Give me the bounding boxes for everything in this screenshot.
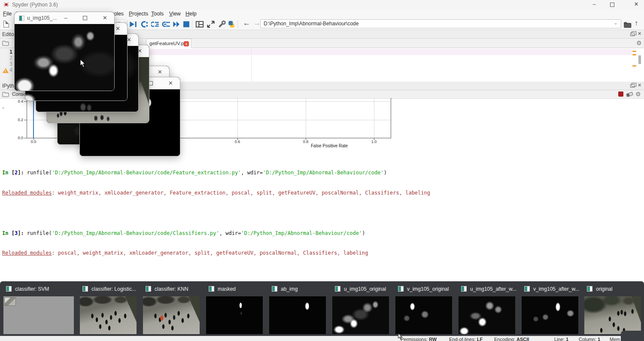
window-maximize-icon[interactable] xyxy=(610,3,614,7)
thumbnail-item[interactable]: v_img105_original xyxy=(395,281,459,336)
scroll-warning-mark[interactable] xyxy=(632,51,636,52)
thumbnail-image[interactable] xyxy=(584,296,641,334)
thumbnail-item[interactable]: masked xyxy=(206,281,269,336)
thumbnail-item[interactable]: v_img105_after_w... xyxy=(522,281,585,336)
figure-window-titlebar[interactable]: u_img105_... – ✕ xyxy=(15,12,114,24)
image-icon xyxy=(82,286,88,292)
console-undock-icon[interactable] xyxy=(630,84,635,88)
preferences-wrench-icon[interactable] xyxy=(218,20,226,28)
thumbnail-label: classifier: KNN xyxy=(155,286,188,292)
thumbnail-item[interactable]: ab_img xyxy=(269,281,332,336)
status-column: Column: 1 xyxy=(579,337,600,341)
column-guideline xyxy=(251,48,252,82)
menu-view[interactable]: View xyxy=(169,11,181,17)
window-minimize-icon[interactable]: – xyxy=(588,1,600,9)
line-number: 3 xyxy=(2,61,12,67)
image-icon xyxy=(461,286,467,292)
thumbnail-image[interactable] xyxy=(459,296,515,334)
image-icon xyxy=(146,286,151,292)
run-cell-advance-icon[interactable] xyxy=(140,20,149,28)
thumbnail-image[interactable] xyxy=(332,296,389,334)
nav-back-icon[interactable]: ← xyxy=(243,19,250,27)
window-close-icon[interactable]: ✕ xyxy=(630,1,642,9)
mouse-cursor-small xyxy=(398,333,403,340)
x-tick-label: 0.8 xyxy=(301,140,310,144)
thumbnail-image[interactable] xyxy=(80,296,137,334)
editor-pane-close-icon[interactable]: ✕ xyxy=(638,31,641,37)
maximize-icon[interactable] xyxy=(83,16,87,20)
thumbnail-label: v_img105_after_w... xyxy=(533,286,579,292)
thumbnail-image[interactable] xyxy=(206,296,263,334)
thumbnail-item[interactable]: classifier: KNN xyxy=(143,281,206,336)
thumbnail-image[interactable] xyxy=(269,296,326,334)
close-icon[interactable]: ✕ xyxy=(168,80,173,86)
working-directory-input[interactable]: D:\Python_Imp\Abnormal-Behaviour\code⌄ xyxy=(260,19,621,28)
continue-icon[interactable] xyxy=(172,20,181,28)
y-tick-label: 0.4 xyxy=(15,99,23,104)
console-pane-close-icon[interactable]: ✕ xyxy=(638,82,641,88)
image-icon xyxy=(209,286,214,292)
thumbnail-item[interactable]: classifier: Logistic... xyxy=(80,281,143,336)
status-bar: Permissions: RW End-of-lines: LF Encodin… xyxy=(0,336,644,341)
thumbnail-label: v_img105_original xyxy=(407,286,449,292)
spyder-logo-icon xyxy=(3,2,9,7)
menu-help[interactable]: Help xyxy=(185,11,197,17)
thumbnail-item[interactable]: classifier: SVM xyxy=(3,281,74,336)
image-icon xyxy=(524,286,530,292)
thumbnail-image[interactable] xyxy=(143,296,200,334)
x-axis-label: False Positive Rate xyxy=(311,143,348,148)
console-options-gear-icon[interactable]: ⚙ xyxy=(635,91,641,97)
status-memory: Mem xyxy=(610,337,620,341)
image-icon xyxy=(272,286,277,292)
browse-directory-folder-icon[interactable] xyxy=(623,21,632,29)
minimize-icon[interactable]: – xyxy=(64,15,67,21)
browse-tabs-icon[interactable] xyxy=(2,40,9,46)
spyder-window: Spyder (Python 3.6) – ✕ File Edit Search… xyxy=(0,0,644,341)
thumbnail-label: ab_img xyxy=(281,286,298,292)
fullscreen-icon[interactable] xyxy=(207,20,215,28)
thumbnail-image[interactable] xyxy=(522,296,578,334)
thumbnail-image[interactable] xyxy=(395,296,452,334)
menu-projects[interactable]: Projects xyxy=(129,11,148,17)
step-return-icon[interactable] xyxy=(162,20,170,28)
status-permissions: Permissions: RW xyxy=(401,337,437,341)
close-icon[interactable]: ✕ xyxy=(115,25,120,32)
figure-window-u-img105[interactable]: u_img105_... – ✕ xyxy=(14,12,115,91)
clear-console-eraser-icon[interactable] xyxy=(626,92,633,97)
y-tick-label: 0.0 xyxy=(15,136,23,140)
thumbnail-item[interactable]: u_img105_original xyxy=(332,281,395,336)
thumbnail-image[interactable] xyxy=(3,296,74,334)
figure-image xyxy=(15,24,114,91)
thumbnail-item[interactable]: u_img105_after_w... xyxy=(459,281,522,336)
status-encoding: Encoding: ASCII xyxy=(494,337,529,341)
editor-scrollbar[interactable] xyxy=(638,55,641,64)
editor-options-gear-icon[interactable]: ⚙ xyxy=(636,40,642,46)
figure-thumbnail-strip: classifier: SVM classifier: Logistic... … xyxy=(0,281,644,336)
step-into-icon[interactable] xyxy=(151,20,160,28)
scroll-warning-mark[interactable] xyxy=(632,65,636,67)
menu-file[interactable]: File xyxy=(3,11,12,17)
thumbnail-label: u_img105_after_w... xyxy=(470,286,516,292)
x-tick-label: 0.6 xyxy=(233,140,242,144)
close-icon[interactable]: ✕ xyxy=(103,15,107,21)
nav-forward-icon[interactable]: → xyxy=(253,19,261,27)
scroll-warning-mark[interactable] xyxy=(632,54,636,55)
menu-tools[interactable]: Tools xyxy=(151,11,164,17)
new-file-icon[interactable] xyxy=(3,21,9,27)
up-directory-icon[interactable]: ↑ xyxy=(635,19,638,27)
stop-debug-icon[interactable] xyxy=(182,20,191,28)
panes-layout-icon[interactable] xyxy=(195,20,204,28)
tab-getfeatureuv[interactable]: getFeatureUV.pyx xyxy=(146,39,191,48)
image-icon xyxy=(398,286,404,292)
run-cell-icon[interactable] xyxy=(129,20,137,28)
y-tick-label: 0.2 xyxy=(15,118,23,122)
interrupt-kernel-icon[interactable] xyxy=(618,91,623,97)
python-path-icon[interactable] xyxy=(227,20,236,28)
tab-close-icon[interactable]: x xyxy=(184,41,189,46)
roc-curve-line xyxy=(33,98,34,138)
close-icon[interactable]: ✕ xyxy=(158,69,162,75)
thumbnail-item[interactable]: original xyxy=(584,281,644,336)
x-tick-label: 1.0 xyxy=(369,140,379,144)
editor-undock-icon[interactable] xyxy=(630,33,635,36)
chevron-down-icon[interactable]: ⌄ xyxy=(614,19,618,27)
